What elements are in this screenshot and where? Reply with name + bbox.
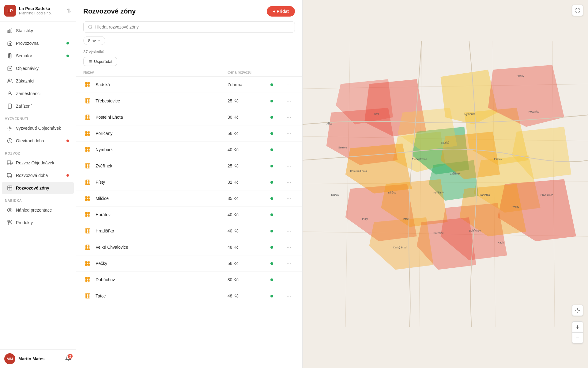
table-row[interactable]: Pečky 56 Kč ··· [76, 255, 302, 272]
sidebar-item-rozvozdob[interactable]: Rozvozová doba [2, 169, 74, 182]
zone-menu-button[interactable]: ··· [283, 114, 295, 121]
add-zone-button[interactable]: + Přidat [267, 6, 295, 17]
sidebar-item-label: Rozvozové zóny [16, 186, 49, 190]
sidebar-item-objednavky[interactable]: Objednávky [2, 62, 74, 75]
sidebar-item-label: Objednávky [16, 66, 39, 71]
zone-status [270, 230, 283, 232]
locate-button[interactable] [572, 305, 583, 316]
zone-price: 56 Kč [228, 261, 270, 266]
status-indicator [270, 278, 273, 281]
table-row[interactable]: Nymburk 40 Kč ··· [76, 142, 302, 158]
user-name: Martin Mates [18, 356, 62, 361]
zone-menu-button[interactable]: ··· [283, 244, 295, 251]
sidebar-item-rozvozo[interactable]: Rozvoz Objednávek [2, 157, 74, 169]
table-row[interactable]: Třebestovice 25 Kč ··· [76, 93, 302, 109]
sidebar-item-semafor[interactable]: Semafor [2, 50, 74, 62]
zone-menu-button[interactable]: ··· [283, 130, 295, 137]
sidebar-item-nahledprezentace[interactable]: Náhled prezentace [2, 204, 74, 216]
zone-polygon-icon [83, 162, 92, 170]
svg-text:Sadská: Sadská [440, 141, 449, 144]
sidebar-item-label: Rozvoz Objednávek [16, 160, 54, 165]
zone-menu-button[interactable]: ··· [283, 293, 295, 299]
sidebar-item-rozvozone[interactable]: Rozvozové zóny [2, 182, 74, 194]
search-box[interactable] [83, 21, 295, 33]
table-row[interactable]: Hradišťko 40 Kč ··· [76, 223, 302, 239]
table-row[interactable]: Sadská Zdarma ··· [76, 77, 302, 93]
zone-polygon-icon [83, 129, 92, 138]
zone-menu-button[interactable]: ··· [283, 212, 295, 218]
col-header-name: Název [83, 70, 228, 75]
employee-icon [7, 90, 13, 97]
zone-menu-button[interactable]: ··· [283, 179, 295, 186]
sidebar-item-zakaznici[interactable]: Zákazníci [2, 75, 74, 87]
zone-name: Sadská [96, 82, 228, 87]
zone-name: Nymburk [96, 147, 228, 152]
zone-menu-button[interactable]: ··· [283, 195, 295, 202]
zone-menu-button[interactable]: ··· [283, 277, 295, 283]
sidebar-item-produkty[interactable]: Produkty [2, 217, 74, 229]
table-row[interactable]: Písty 32 Kč ··· [76, 174, 302, 190]
svg-marker-15 [11, 162, 12, 164]
company-name: La Pisa Sadská [19, 6, 64, 11]
zone-status [270, 165, 283, 167]
table-row[interactable]: Poříčany 56 Kč ··· [76, 125, 302, 142]
sort-button[interactable]: Uspořádat [83, 57, 117, 66]
zone-menu-button[interactable]: ··· [283, 260, 295, 267]
zone-price: Zdarma [228, 82, 270, 87]
zone-menu-button[interactable]: ··· [283, 228, 295, 234]
clock-icon [7, 138, 13, 144]
svg-rect-85 [85, 261, 90, 266]
table-row[interactable]: Hořátev 40 Kč ··· [76, 207, 302, 223]
svg-rect-50 [85, 148, 90, 152]
sidebar-item-provozovna[interactable]: Provozovna [2, 37, 74, 49]
zone-name: Milčice [96, 196, 228, 201]
table-row[interactable]: Tatce 48 Kč ··· [76, 288, 302, 304]
status-indicator [270, 83, 273, 86]
polygon-icon [85, 195, 91, 201]
svg-rect-14 [7, 161, 11, 164]
svg-text:Ratenice: Ratenice [433, 232, 444, 235]
chevron-down-icon [97, 39, 101, 43]
sidebar-expand-icon[interactable]: ⇅ [67, 7, 71, 14]
table-row[interactable]: Kostelní Lhota 30 Kč ··· [76, 109, 302, 125]
zone-polygon-icon [83, 80, 92, 89]
zone-menu-button[interactable]: ··· [283, 147, 295, 153]
zoom-in-button[interactable]: + [572, 321, 583, 332]
sidebar-item-zamestnanci[interactable]: Zaměstnanci [2, 87, 74, 100]
table-row[interactable]: Milčice 35 Kč ··· [76, 190, 302, 207]
zone-menu-button[interactable]: ··· [283, 98, 295, 104]
table-row[interactable]: Zvěřínek 25 Kč ··· [76, 158, 302, 174]
sidebar-item-label: Zařízení [16, 104, 32, 109]
sidebar-item-zarizeni[interactable]: Zařízení [2, 100, 74, 112]
search-input[interactable] [95, 25, 290, 29]
page-title: Rozvozové zóny [83, 7, 136, 15]
search-container [76, 21, 302, 36]
stav-filter[interactable]: Stav [83, 36, 105, 45]
polygon-icon [85, 260, 91, 266]
table-row[interactable]: Dobřichov 80 Kč ··· [76, 272, 302, 288]
zone-price: 40 Kč [228, 228, 270, 233]
svg-rect-0 [8, 31, 9, 33]
sidebar-item-label: Statistiky [16, 28, 33, 33]
fullscreen-button[interactable] [572, 5, 583, 16]
table-row[interactable]: Velké Chvalovice 48 Kč ··· [76, 239, 302, 255]
sidebar-item-vyzvednutiobjednavek[interactable]: Vyzvednutí Objednávek [2, 122, 74, 134]
sidebar-item-oteviracidoba[interactable]: Otevírací doba [2, 135, 74, 147]
zoom-out-button[interactable]: − [572, 332, 583, 343]
truck-icon [7, 160, 13, 166]
zone-price: 40 Kč [228, 212, 270, 217]
sidebar-item-statistiky[interactable]: Statistiky [2, 25, 74, 37]
zone-menu-button[interactable]: ··· [283, 82, 295, 88]
zone-polygon-icon [83, 113, 92, 121]
zone-menu-button[interactable]: ··· [283, 163, 295, 169]
sort-label: Uspořádat [94, 59, 112, 64]
polygon-icon [85, 228, 91, 234]
notification-count: 2 [68, 354, 73, 359]
zone-status [270, 246, 283, 249]
status-dot-red [66, 174, 69, 177]
sidebar-header[interactable]: LP La Pisa Sadská Planning Food s.r.o. ⇅ [0, 0, 76, 22]
sidebar-item-label: Zákazníci [16, 79, 34, 83]
notification-bell[interactable]: 2 [65, 355, 71, 362]
svg-rect-2 [11, 29, 12, 33]
sidebar: LP La Pisa Sadská Planning Food s.r.o. ⇅… [0, 0, 76, 368]
